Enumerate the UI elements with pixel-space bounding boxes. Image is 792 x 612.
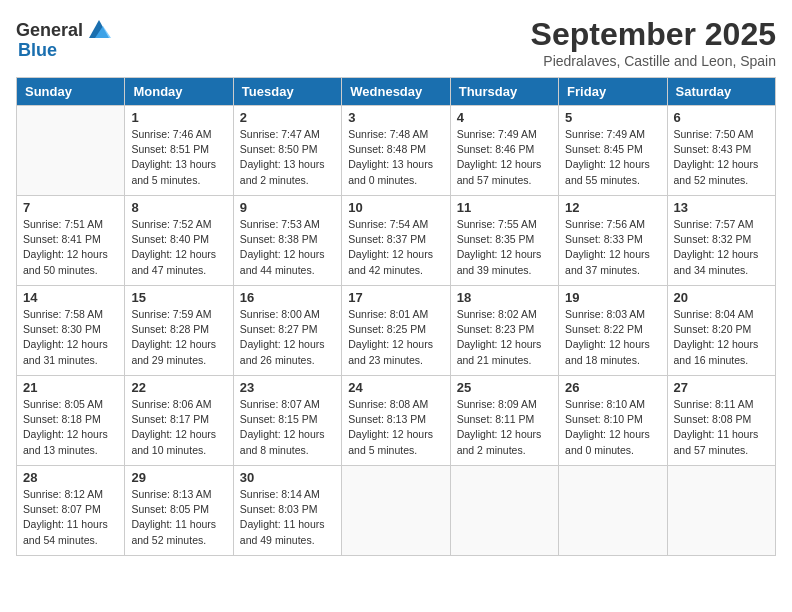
- cell-date-number: 15: [131, 290, 226, 305]
- calendar-cell: 10Sunrise: 7:54 AM Sunset: 8:37 PM Dayli…: [342, 196, 450, 286]
- cell-date-number: 23: [240, 380, 335, 395]
- cell-info-text: Sunrise: 7:49 AM Sunset: 8:46 PM Dayligh…: [457, 127, 552, 188]
- calendar-cell: [667, 466, 775, 556]
- calendar-cell: 29Sunrise: 8:13 AM Sunset: 8:05 PM Dayli…: [125, 466, 233, 556]
- calendar-cell: 28Sunrise: 8:12 AM Sunset: 8:07 PM Dayli…: [17, 466, 125, 556]
- cell-info-text: Sunrise: 7:58 AM Sunset: 8:30 PM Dayligh…: [23, 307, 118, 368]
- cell-info-text: Sunrise: 7:53 AM Sunset: 8:38 PM Dayligh…: [240, 217, 335, 278]
- calendar-title: September 2025: [531, 16, 776, 53]
- calendar-subtitle: Piedralaves, Castille and Leon, Spain: [531, 53, 776, 69]
- cell-info-text: Sunrise: 7:50 AM Sunset: 8:43 PM Dayligh…: [674, 127, 769, 188]
- cell-date-number: 7: [23, 200, 118, 215]
- calendar-cell: 23Sunrise: 8:07 AM Sunset: 8:15 PM Dayli…: [233, 376, 341, 466]
- cell-info-text: Sunrise: 7:56 AM Sunset: 8:33 PM Dayligh…: [565, 217, 660, 278]
- cell-date-number: 11: [457, 200, 552, 215]
- calendar-table: SundayMondayTuesdayWednesdayThursdayFrid…: [16, 77, 776, 556]
- calendar-week-row: 1Sunrise: 7:46 AM Sunset: 8:51 PM Daylig…: [17, 106, 776, 196]
- calendar-cell: 18Sunrise: 8:02 AM Sunset: 8:23 PM Dayli…: [450, 286, 558, 376]
- cell-info-text: Sunrise: 7:54 AM Sunset: 8:37 PM Dayligh…: [348, 217, 443, 278]
- cell-date-number: 20: [674, 290, 769, 305]
- cell-date-number: 22: [131, 380, 226, 395]
- cell-date-number: 29: [131, 470, 226, 485]
- weekday-header-wednesday: Wednesday: [342, 78, 450, 106]
- cell-date-number: 10: [348, 200, 443, 215]
- cell-date-number: 24: [348, 380, 443, 395]
- cell-info-text: Sunrise: 7:49 AM Sunset: 8:45 PM Dayligh…: [565, 127, 660, 188]
- cell-info-text: Sunrise: 8:13 AM Sunset: 8:05 PM Dayligh…: [131, 487, 226, 548]
- calendar-cell: [559, 466, 667, 556]
- calendar-cell: 22Sunrise: 8:06 AM Sunset: 8:17 PM Dayli…: [125, 376, 233, 466]
- calendar-week-row: 28Sunrise: 8:12 AM Sunset: 8:07 PM Dayli…: [17, 466, 776, 556]
- calendar-cell: 25Sunrise: 8:09 AM Sunset: 8:11 PM Dayli…: [450, 376, 558, 466]
- cell-date-number: 13: [674, 200, 769, 215]
- cell-date-number: 25: [457, 380, 552, 395]
- calendar-cell: 26Sunrise: 8:10 AM Sunset: 8:10 PM Dayli…: [559, 376, 667, 466]
- calendar-cell: 6Sunrise: 7:50 AM Sunset: 8:43 PM Daylig…: [667, 106, 775, 196]
- calendar-cell: [450, 466, 558, 556]
- calendar-cell: 14Sunrise: 7:58 AM Sunset: 8:30 PM Dayli…: [17, 286, 125, 376]
- cell-info-text: Sunrise: 8:14 AM Sunset: 8:03 PM Dayligh…: [240, 487, 335, 548]
- cell-info-text: Sunrise: 7:46 AM Sunset: 8:51 PM Dayligh…: [131, 127, 226, 188]
- calendar-cell: 19Sunrise: 8:03 AM Sunset: 8:22 PM Dayli…: [559, 286, 667, 376]
- calendar-week-row: 21Sunrise: 8:05 AM Sunset: 8:18 PM Dayli…: [17, 376, 776, 466]
- calendar-body: 1Sunrise: 7:46 AM Sunset: 8:51 PM Daylig…: [17, 106, 776, 556]
- calendar-cell: 4Sunrise: 7:49 AM Sunset: 8:46 PM Daylig…: [450, 106, 558, 196]
- calendar-cell: 24Sunrise: 8:08 AM Sunset: 8:13 PM Dayli…: [342, 376, 450, 466]
- calendar-cell: 16Sunrise: 8:00 AM Sunset: 8:27 PM Dayli…: [233, 286, 341, 376]
- calendar-cell: 15Sunrise: 7:59 AM Sunset: 8:28 PM Dayli…: [125, 286, 233, 376]
- calendar-cell: 20Sunrise: 8:04 AM Sunset: 8:20 PM Dayli…: [667, 286, 775, 376]
- weekday-header-row: SundayMondayTuesdayWednesdayThursdayFrid…: [17, 78, 776, 106]
- calendar-week-row: 7Sunrise: 7:51 AM Sunset: 8:41 PM Daylig…: [17, 196, 776, 286]
- cell-info-text: Sunrise: 8:10 AM Sunset: 8:10 PM Dayligh…: [565, 397, 660, 458]
- calendar-cell: 30Sunrise: 8:14 AM Sunset: 8:03 PM Dayli…: [233, 466, 341, 556]
- calendar-week-row: 14Sunrise: 7:58 AM Sunset: 8:30 PM Dayli…: [17, 286, 776, 376]
- cell-info-text: Sunrise: 7:55 AM Sunset: 8:35 PM Dayligh…: [457, 217, 552, 278]
- cell-info-text: Sunrise: 8:04 AM Sunset: 8:20 PM Dayligh…: [674, 307, 769, 368]
- calendar-cell: 11Sunrise: 7:55 AM Sunset: 8:35 PM Dayli…: [450, 196, 558, 286]
- cell-date-number: 6: [674, 110, 769, 125]
- cell-date-number: 17: [348, 290, 443, 305]
- calendar-cell: 8Sunrise: 7:52 AM Sunset: 8:40 PM Daylig…: [125, 196, 233, 286]
- weekday-header-friday: Friday: [559, 78, 667, 106]
- cell-date-number: 5: [565, 110, 660, 125]
- cell-date-number: 1: [131, 110, 226, 125]
- logo-general: General: [16, 20, 83, 41]
- cell-info-text: Sunrise: 8:01 AM Sunset: 8:25 PM Dayligh…: [348, 307, 443, 368]
- calendar-cell: 27Sunrise: 8:11 AM Sunset: 8:08 PM Dayli…: [667, 376, 775, 466]
- cell-date-number: 18: [457, 290, 552, 305]
- calendar-cell: 2Sunrise: 7:47 AM Sunset: 8:50 PM Daylig…: [233, 106, 341, 196]
- cell-date-number: 21: [23, 380, 118, 395]
- logo-blue: Blue: [18, 40, 57, 61]
- weekday-header-monday: Monday: [125, 78, 233, 106]
- cell-date-number: 9: [240, 200, 335, 215]
- cell-date-number: 19: [565, 290, 660, 305]
- cell-info-text: Sunrise: 8:07 AM Sunset: 8:15 PM Dayligh…: [240, 397, 335, 458]
- logo-icon: [85, 16, 113, 44]
- calendar-cell: 5Sunrise: 7:49 AM Sunset: 8:45 PM Daylig…: [559, 106, 667, 196]
- weekday-header-tuesday: Tuesday: [233, 78, 341, 106]
- header: General Blue September 2025 Piedralaves,…: [16, 16, 776, 69]
- cell-date-number: 4: [457, 110, 552, 125]
- cell-info-text: Sunrise: 8:05 AM Sunset: 8:18 PM Dayligh…: [23, 397, 118, 458]
- cell-date-number: 16: [240, 290, 335, 305]
- cell-info-text: Sunrise: 8:00 AM Sunset: 8:27 PM Dayligh…: [240, 307, 335, 368]
- cell-info-text: Sunrise: 8:11 AM Sunset: 8:08 PM Dayligh…: [674, 397, 769, 458]
- calendar-cell: [17, 106, 125, 196]
- calendar-cell: 12Sunrise: 7:56 AM Sunset: 8:33 PM Dayli…: [559, 196, 667, 286]
- cell-date-number: 8: [131, 200, 226, 215]
- calendar-cell: [342, 466, 450, 556]
- cell-date-number: 27: [674, 380, 769, 395]
- weekday-header-sunday: Sunday: [17, 78, 125, 106]
- calendar-cell: 3Sunrise: 7:48 AM Sunset: 8:48 PM Daylig…: [342, 106, 450, 196]
- cell-date-number: 3: [348, 110, 443, 125]
- calendar-cell: 7Sunrise: 7:51 AM Sunset: 8:41 PM Daylig…: [17, 196, 125, 286]
- cell-date-number: 12: [565, 200, 660, 215]
- cell-info-text: Sunrise: 8:12 AM Sunset: 8:07 PM Dayligh…: [23, 487, 118, 548]
- cell-info-text: Sunrise: 7:57 AM Sunset: 8:32 PM Dayligh…: [674, 217, 769, 278]
- calendar-cell: 9Sunrise: 7:53 AM Sunset: 8:38 PM Daylig…: [233, 196, 341, 286]
- cell-info-text: Sunrise: 7:48 AM Sunset: 8:48 PM Dayligh…: [348, 127, 443, 188]
- cell-date-number: 30: [240, 470, 335, 485]
- cell-info-text: Sunrise: 7:59 AM Sunset: 8:28 PM Dayligh…: [131, 307, 226, 368]
- cell-info-text: Sunrise: 7:51 AM Sunset: 8:41 PM Dayligh…: [23, 217, 118, 278]
- cell-info-text: Sunrise: 7:52 AM Sunset: 8:40 PM Dayligh…: [131, 217, 226, 278]
